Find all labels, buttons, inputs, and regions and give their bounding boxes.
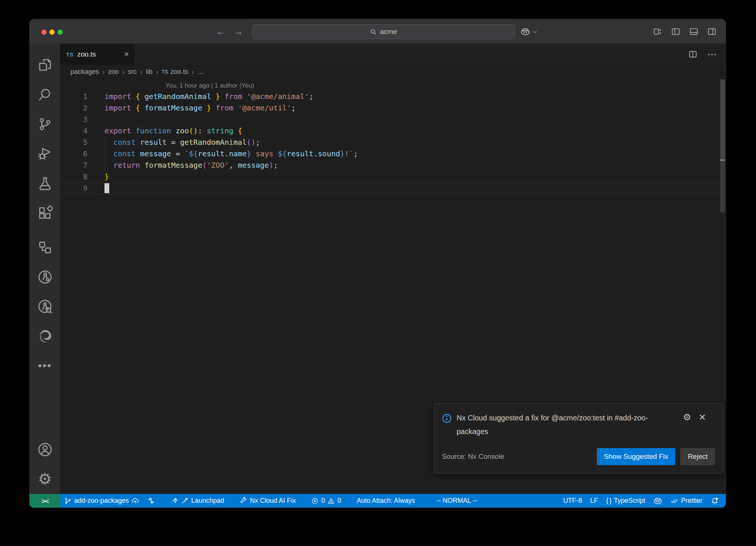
auto-attach-label: Auto Attach: Always: [357, 497, 415, 505]
problems-item[interactable]: 0 0: [307, 494, 345, 508]
line-number: 3: [60, 114, 87, 125]
layout-controls: [653, 19, 716, 44]
code-line[interactable]: 9: [60, 182, 726, 194]
warning-icon: [327, 497, 335, 505]
breadcrumb-item[interactable]: packages: [71, 68, 99, 76]
toggle-primary-sidebar-icon[interactable]: [671, 27, 680, 36]
code-text: import { formatMessage } from '@acme/uti…: [104, 102, 726, 114]
launchpad-item[interactable]: Launchpad: [166, 494, 228, 508]
split-editor-icon[interactable]: [689, 50, 697, 58]
tab-label: zoo.ts: [77, 50, 96, 58]
tab-zoo-ts[interactable]: TS zoo.ts ×: [60, 44, 135, 65]
copilot-status-item[interactable]: [649, 494, 666, 508]
formatter-label: Prettier: [681, 497, 702, 505]
double-check-icon: [670, 497, 678, 505]
eol-label: LF: [590, 497, 598, 505]
indent-guide: [105, 148, 105, 160]
tab-bar: TS zoo.ts × ⋯: [60, 44, 726, 65]
scrollbar[interactable]: [720, 79, 725, 212]
nx-fix-label: Nx Cloud AI Fix: [250, 497, 296, 505]
notification-close-icon[interactable]: ✕: [698, 413, 706, 422]
launchpad-label: Launchpad: [191, 497, 224, 505]
settings-gear-icon[interactable]: ⚙: [30, 464, 60, 494]
edge-browser-icon[interactable]: [30, 321, 60, 351]
typescript-file-icon: TS: [66, 51, 73, 58]
code-lines: 1import { getRandomAnimal } from '@acme/…: [60, 91, 726, 194]
eol-item[interactable]: LF: [586, 494, 602, 508]
code-line[interactable]: 8}: [60, 171, 726, 182]
customize-layout-icon[interactable]: [653, 27, 662, 36]
traffic-lights: [41, 30, 63, 35]
show-suggested-fix-button[interactable]: Show Suggested Fix: [597, 448, 675, 465]
language-label: TypeScript: [614, 497, 645, 505]
code-line[interactable]: 2import { formatMessage } from '@acme/ut…: [60, 102, 726, 114]
back-arrow-icon[interactable]: ←: [216, 26, 226, 37]
workflow-item[interactable]: [143, 494, 159, 508]
more-actions-icon[interactable]: ⋯: [707, 49, 717, 60]
command-center-search[interactable]: acme: [252, 24, 515, 39]
more-icon[interactable]: •••: [30, 351, 60, 381]
error-icon: [311, 497, 319, 505]
breadcrumb-item-file[interactable]: zoo.ts: [171, 68, 188, 76]
source-control-icon[interactable]: [30, 109, 60, 139]
code-text: [104, 182, 726, 194]
testing-icon[interactable]: [30, 168, 60, 198]
editor[interactable]: You, 1 hour ago | 1 author (You) 1import…: [60, 78, 726, 494]
line-number: 4: [60, 125, 87, 137]
notification-source: Source: Nx Console: [442, 453, 504, 461]
nx-fix-item[interactable]: Nx Cloud AI Fix: [236, 494, 300, 508]
indent-guide: [105, 137, 105, 148]
code-line[interactable]: 3: [60, 114, 726, 125]
minimize-window-button[interactable]: [49, 30, 55, 35]
close-tab-icon[interactable]: ×: [124, 50, 129, 58]
breadcrumb-symbol-overflow[interactable]: …: [197, 68, 204, 76]
notification-message: Nx Cloud suggested a fix for @acme/zoo:t…: [457, 411, 678, 438]
indent-guide: [105, 160, 105, 171]
code-text: }: [104, 171, 726, 182]
error-count: 0: [321, 497, 325, 505]
extensions-icon[interactable]: [30, 198, 60, 228]
forward-arrow-icon[interactable]: →: [234, 26, 243, 37]
wrench-icon: [240, 497, 247, 505]
nx-cloud-icon[interactable]: [30, 292, 60, 321]
nx-console-icon[interactable]: [30, 262, 60, 292]
search-icon: [370, 28, 377, 35]
warning-count: 0: [337, 497, 341, 505]
breadcrumb-item[interactable]: src: [128, 68, 137, 76]
account-icon[interactable]: [30, 435, 60, 464]
references-icon[interactable]: [30, 233, 60, 262]
code-text: import { getRandomAnimal } from '@acme/a…: [104, 91, 726, 102]
encoding-item[interactable]: UTF-8: [559, 494, 586, 508]
auto-attach-item[interactable]: Auto Attach: Always: [353, 494, 419, 508]
breadcrumb-item[interactable]: lib: [146, 68, 152, 76]
code-line[interactable]: 7 return formatMessage('ZOO', message);: [60, 160, 726, 171]
rocket-icon: [171, 497, 178, 505]
language-item[interactable]: { } TypeScript: [602, 494, 649, 508]
remote-indicator[interactable]: ><: [30, 494, 60, 508]
breadcrumb-separator: ›: [122, 68, 125, 76]
vim-mode-item[interactable]: -- NORMAL --: [432, 494, 481, 508]
code-line[interactable]: 5 const result = getRandomAnimal();: [60, 137, 726, 148]
code-line[interactable]: 4export function zoo(): string {: [60, 125, 726, 137]
search-icon[interactable]: [30, 80, 60, 109]
line-number: 8: [60, 171, 87, 182]
git-branch-item[interactable]: add-zoo-packages: [60, 494, 143, 508]
reject-button[interactable]: Reject: [680, 448, 715, 465]
toggle-secondary-sidebar-icon[interactable]: [708, 27, 716, 36]
code-line[interactable]: 6 const message = `${result.name} says $…: [60, 148, 726, 160]
copilot-menu[interactable]: [520, 24, 537, 39]
breadcrumb-item[interactable]: zoo: [108, 68, 119, 76]
line-number: 9: [60, 182, 87, 194]
close-window-button[interactable]: [41, 30, 47, 35]
desktop: ← → acme: [0, 0, 756, 546]
notifications-item[interactable]: [707, 494, 723, 508]
run-debug-icon[interactable]: [30, 139, 60, 168]
explorer-icon[interactable]: [30, 50, 60, 80]
code-line[interactable]: 1import { getRandomAnimal } from '@acme/…: [60, 91, 726, 102]
zoom-window-button[interactable]: [58, 30, 63, 35]
notification-gear-icon[interactable]: ⚙: [683, 412, 691, 423]
title-bar: ← → acme: [30, 19, 726, 44]
toggle-panel-icon[interactable]: [690, 27, 698, 36]
formatter-item[interactable]: Prettier: [666, 494, 707, 508]
line-number: 6: [60, 148, 87, 160]
